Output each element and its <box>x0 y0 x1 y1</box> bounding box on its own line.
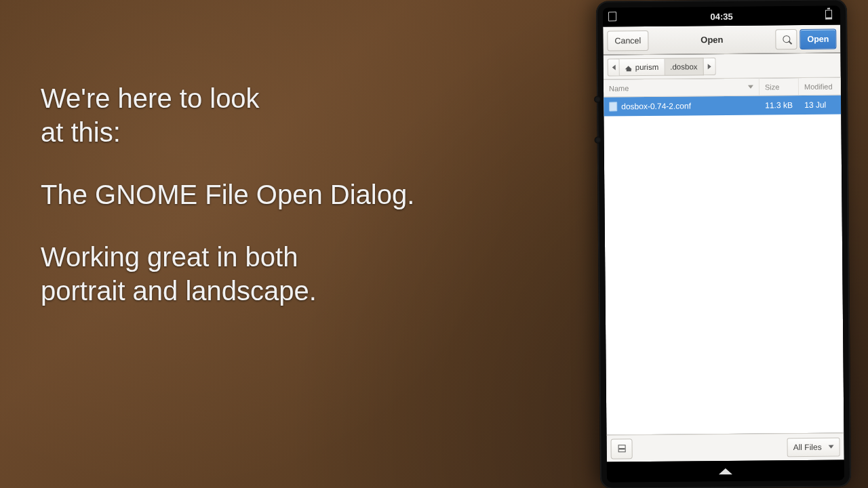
file-list[interactable]: dosbox-0.74-2.conf 11.3 kB 13 Jul <box>604 95 844 434</box>
path-folder-label: .dosbox <box>670 62 697 70</box>
status-time: 04:35 <box>710 11 732 21</box>
caption-line: at this: <box>41 117 121 147</box>
file-name: dosbox-0.74-2.conf <box>621 101 691 111</box>
caption-line: We're here to look <box>41 83 260 113</box>
view-toggle-button[interactable] <box>610 439 632 459</box>
phone-device: 04:35 Cancel Open Open purism .dosbox <box>596 0 851 488</box>
column-name-label: Name <box>609 84 629 92</box>
file-icon <box>609 102 617 111</box>
caption-line: The GNOME File Open Dialog. <box>41 180 414 209</box>
path-home-label: purism <box>635 62 659 70</box>
file-filter-label: All Files <box>793 442 822 451</box>
phone-screen: 04:35 Cancel Open Open purism .dosbox <box>603 5 844 482</box>
system-nav-bar[interactable] <box>607 460 844 482</box>
path-bar: purism .dosbox <box>604 53 841 79</box>
nav-up-icon <box>719 468 732 474</box>
path-folder-segment[interactable]: .dosbox <box>665 58 704 75</box>
column-header-size[interactable]: Size <box>760 78 799 96</box>
action-bar: All Files <box>606 432 844 462</box>
search-icon <box>783 35 790 43</box>
chevron-right-icon <box>707 64 711 69</box>
column-headers: Name Size Modified <box>604 77 841 97</box>
column-header-name[interactable]: Name <box>604 79 760 97</box>
cancel-button[interactable]: Cancel <box>607 30 648 51</box>
dialog-headerbar: Cancel Open Open <box>603 24 840 55</box>
path-back-button[interactable] <box>608 58 620 76</box>
battery-icon <box>825 10 835 20</box>
file-size: 11.3 kB <box>760 100 799 110</box>
chevron-left-icon <box>612 64 615 70</box>
caption-line: portrait and landscape. <box>41 276 317 306</box>
file-modified: 13 Jul <box>799 100 841 110</box>
status-app-icon <box>608 12 618 21</box>
dialog-title: Open <box>651 34 772 45</box>
sort-indicator-icon <box>748 85 753 89</box>
path-forward-button[interactable] <box>703 58 715 75</box>
view-grid-icon <box>618 445 625 452</box>
open-button[interactable]: Open <box>800 28 836 49</box>
caption-line: Working great in both <box>41 242 298 272</box>
overlay-caption: We're here to look at this: The GNOME Fi… <box>41 81 414 336</box>
file-row[interactable]: dosbox-0.74-2.conf 11.3 kB 13 Jul <box>604 95 841 116</box>
search-button[interactable] <box>775 29 797 49</box>
chevron-down-icon <box>829 445 834 449</box>
home-icon <box>625 64 633 70</box>
status-bar: 04:35 <box>603 5 840 26</box>
file-filter-combo[interactable]: All Files <box>787 437 840 457</box>
column-header-modified[interactable]: Modified <box>799 77 841 95</box>
path-home-segment[interactable]: purism <box>620 58 665 76</box>
